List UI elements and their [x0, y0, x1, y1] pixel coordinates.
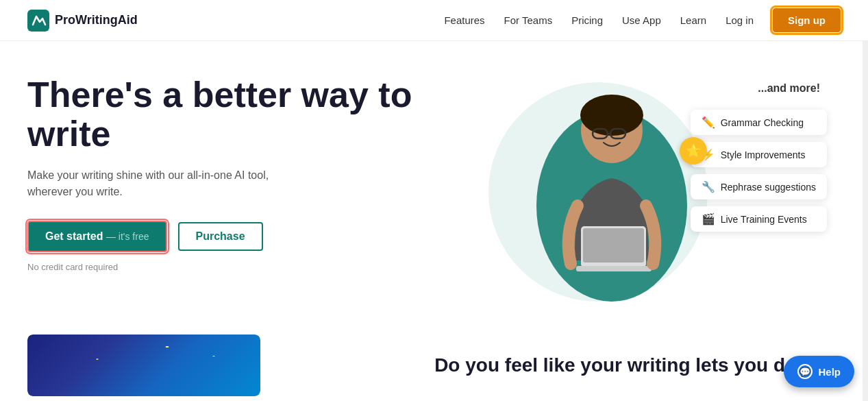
- get-started-label: Get started: [45, 230, 103, 242]
- pill-grammar: ✏️ Grammar Checking: [691, 110, 827, 135]
- pill-training: 🎬 Live Training Events: [691, 206, 827, 232]
- no-credit-text: No credit card required: [27, 262, 475, 272]
- nav-link-use-app[interactable]: Use App: [622, 14, 661, 26]
- wrench-icon: 🔧: [702, 180, 715, 193]
- hero-right: ...and more! ⭐ ✏️ Grammar Checking ⚡ Sty…: [475, 69, 841, 321]
- pill-training-label: Live Training Events: [721, 214, 807, 225]
- nav-link-pricing[interactable]: Pricing: [571, 14, 603, 26]
- logo-icon: [27, 10, 49, 32]
- svg-rect-9: [576, 266, 652, 271]
- and-more-label: ...and more!: [758, 82, 820, 95]
- logo-text: ProWritingAid: [55, 13, 138, 27]
- pill-rephrase: 🔧 Rephrase suggestions: [691, 174, 827, 199]
- help-button[interactable]: 💬 Help: [784, 356, 854, 387]
- login-button[interactable]: Log in: [726, 14, 754, 26]
- film-icon: 🎬: [702, 212, 715, 226]
- bottom-title: Do you feel like your writing lets you d…: [434, 354, 835, 376]
- help-label: Help: [818, 366, 841, 378]
- hero-subtitle: Make your writing shine with our all-in-…: [27, 167, 288, 200]
- signup-button[interactable]: Sign up: [773, 8, 841, 32]
- nav-link-learn[interactable]: Learn: [680, 14, 706, 26]
- get-started-button[interactable]: Get started — it's free: [27, 221, 167, 252]
- free-label: — it's free: [106, 231, 149, 242]
- pencil-icon: ✏️: [702, 116, 715, 129]
- pill-grammar-label: Grammar Checking: [721, 117, 804, 128]
- nav-link-features[interactable]: Features: [444, 14, 484, 26]
- help-icon: 💬: [797, 364, 813, 379]
- nav-links: Features For Teams Pricing Use App Learn…: [444, 8, 841, 32]
- hero-buttons: Get started — it's free Purchase: [27, 221, 475, 252]
- pill-rephrase-label: Rephrase suggestions: [721, 182, 816, 193]
- feature-pills: ✏️ Grammar Checking ⚡ Style Improvements…: [691, 110, 827, 232]
- pill-style: ⚡ Style Improvements: [691, 142, 827, 167]
- hero-section: There's a better way to write Make your …: [0, 41, 868, 321]
- hero-title: There's a better way to write: [27, 75, 475, 154]
- logo[interactable]: ProWritingAid: [27, 10, 138, 32]
- painting-thumbnail: [27, 335, 260, 396]
- purchase-button[interactable]: Purchase: [178, 222, 263, 251]
- scrollbar[interactable]: [863, 0, 868, 401]
- hero-left: There's a better way to write Make your …: [27, 69, 475, 321]
- star-badge: ⭐: [680, 137, 707, 165]
- nav-link-for-teams[interactable]: For Teams: [504, 14, 553, 26]
- svg-rect-8: [583, 228, 644, 263]
- starry-night-image: [27, 335, 260, 396]
- bottom-section: Do you feel like your writing lets you d…: [0, 321, 868, 396]
- bottom-left: [27, 335, 393, 396]
- pill-style-label: Style Improvements: [721, 149, 806, 160]
- navbar: ProWritingAid Features For Teams Pricing…: [0, 0, 868, 41]
